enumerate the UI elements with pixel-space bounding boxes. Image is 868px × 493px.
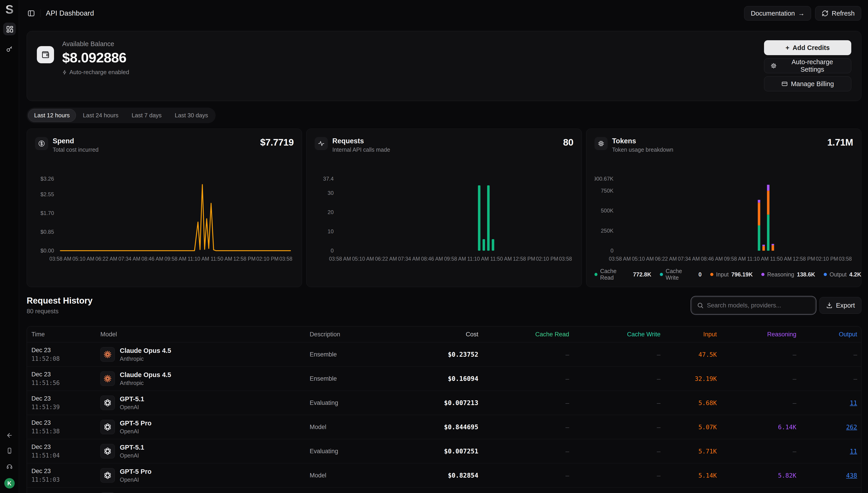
tab-last-7-days[interactable]: Last 7 days <box>126 109 168 122</box>
cost-value: $0.844695 <box>400 423 478 431</box>
download-icon <box>826 302 833 309</box>
manage-billing-button[interactable]: Manage Billing <box>764 77 851 91</box>
tab-last-12-hours[interactable]: Last 12 hours <box>28 109 76 122</box>
column-header-description: Description <box>310 331 400 338</box>
openai-logo-icon <box>104 447 112 455</box>
legend-label: Cache Read <box>600 268 630 281</box>
svg-text:11:10 AM: 11:10 AM <box>467 256 489 262</box>
legend-dot <box>710 273 713 276</box>
svg-text:07:34 AM: 07:34 AM <box>678 256 700 262</box>
svg-text:$0.85: $0.85 <box>41 229 54 235</box>
back-arrow-icon <box>6 432 13 439</box>
support-button[interactable] <box>6 463 13 470</box>
refresh-button[interactable]: Refresh <box>815 6 861 21</box>
svg-text:250K: 250K <box>601 228 613 234</box>
svg-text:08:46 AM: 08:46 AM <box>421 256 443 262</box>
time-cell: Dec 2311:51:03 <box>31 468 100 483</box>
auto-recharge-settings-button[interactable]: Auto-recharge Settings <box>764 58 851 73</box>
svg-text:12:58 PM: 12:58 PM <box>513 256 535 262</box>
cost-value: $0.82854 <box>400 472 478 479</box>
requests-subtitle: Internal API calls made <box>332 147 390 153</box>
mobile-device-icon <box>6 447 13 454</box>
tokens-total: 1.71M <box>827 137 853 148</box>
svg-text:$2.55: $2.55 <box>41 191 54 197</box>
tokens-chart: 0250K500K750K900.67K03:58 AM05:10 AM06:2… <box>594 175 853 265</box>
tab-last-30-days[interactable]: Last 30 days <box>169 109 214 122</box>
time-cell: Dec 2311:51:38 <box>31 419 100 435</box>
model-cell: Claude Opus 4.5Anthropic <box>100 371 310 386</box>
search-icon <box>697 302 704 309</box>
panel-left-icon <box>27 9 35 17</box>
anthropic-logo-icon <box>104 375 111 383</box>
app-logo-icon: S <box>4 3 15 16</box>
svg-text:09:58 AM: 09:58 AM <box>164 256 186 262</box>
cost-value: $0.23752 <box>400 351 478 358</box>
export-button[interactable]: Export <box>819 297 862 314</box>
output-value[interactable]: 11 <box>796 448 857 455</box>
input-value: 5.71K <box>660 448 717 455</box>
table-row[interactable]: Dec 2311:52:08Claude Opus 4.5AnthropicEn… <box>27 342 861 367</box>
provider-icon <box>100 347 115 362</box>
tokens-legend: Cache Read772.8KCache Write0Input796.19K… <box>594 268 861 281</box>
table-row[interactable]: Dec 2311:51:04GPT-5.1OpenAIEvaluating$0.… <box>27 439 861 464</box>
tab-last-24-hours[interactable]: Last 24 hours <box>77 109 125 122</box>
table-row[interactable]: Dec 23GPT-5.1OpenAIEvaluating$0.013681——… <box>27 488 861 493</box>
svg-text:10: 10 <box>328 228 334 234</box>
provider-icon <box>100 468 115 483</box>
reasoning-value: — <box>717 400 796 406</box>
model-cell: GPT-5.1OpenAI <box>100 444 310 459</box>
output-value[interactable]: 262 <box>796 424 857 431</box>
documentation-button[interactable]: Documentation → <box>744 6 811 21</box>
cost-value: $0.16094 <box>400 375 478 383</box>
panel-toggle-button[interactable] <box>26 8 37 19</box>
reasoning-value: — <box>717 375 796 382</box>
svg-text:03:58 PM: 03:58 PM <box>559 256 573 262</box>
balance-label: Available Balance <box>62 40 129 48</box>
legend-item: Input796.19K <box>710 271 753 278</box>
sidebar-item-dashboard[interactable] <box>3 23 16 35</box>
mobile-app-button[interactable] <box>6 447 13 455</box>
cache-read-value: — <box>478 472 569 479</box>
request-history-title: Request History <box>27 296 92 306</box>
table-row[interactable]: Dec 2311:51:03GPT-5 ProOpenAIModel$0.828… <box>27 464 861 488</box>
collapse-sidebar-button[interactable] <box>6 432 13 440</box>
table-row[interactable]: Dec 2311:51:56Claude Opus 4.5AnthropicEn… <box>27 367 861 391</box>
time-cell: Dec 2311:52:08 <box>31 347 100 362</box>
svg-text:11:50 AM: 11:50 AM <box>211 256 232 262</box>
cache-write-value: — <box>569 351 660 358</box>
provider-icon <box>100 444 115 458</box>
anthropic-logo-icon <box>104 350 111 358</box>
plus-icon: + <box>785 44 789 51</box>
table-row[interactable]: Dec 2311:51:39GPT-5.1OpenAIEvaluating$0.… <box>27 391 861 415</box>
svg-text:03:58 AM: 03:58 AM <box>49 256 71 262</box>
column-header-cache-write: Cache Write <box>569 331 660 338</box>
gear-icon <box>771 63 777 69</box>
table-row[interactable]: Dec 2311:51:38GPT-5 ProOpenAIModel$0.844… <box>27 415 861 439</box>
input-value: 5.14K <box>660 472 717 479</box>
legend-label: Output <box>829 271 847 278</box>
legend-dot <box>824 273 827 276</box>
svg-text:$1.70: $1.70 <box>41 210 54 216</box>
cache-write-value: — <box>569 448 660 455</box>
description-cell: Evaluating <box>310 448 400 455</box>
description-cell: Model <box>310 424 400 431</box>
page-title: API Dashboard <box>46 9 94 17</box>
search-input[interactable] <box>707 302 810 309</box>
legend-label: Input <box>716 271 729 278</box>
sidebar-item-api-keys[interactable] <box>3 43 16 55</box>
search-box <box>692 297 815 314</box>
add-credits-button[interactable]: + Add Credits <box>764 40 851 55</box>
output-value[interactable]: 11 <box>796 400 857 406</box>
column-header-input: Input <box>660 331 717 338</box>
cache-write-value: — <box>569 375 660 382</box>
svg-text:09:58 AM: 09:58 AM <box>444 256 466 262</box>
column-header-cost: Cost <box>400 331 478 338</box>
svg-text:08:46 AM: 08:46 AM <box>142 256 164 262</box>
user-avatar[interactable]: K <box>4 478 15 489</box>
svg-text:11:50 AM: 11:50 AM <box>770 256 791 262</box>
model-cell: GPT-5 ProOpenAI <box>100 468 310 483</box>
output-value[interactable]: 438 <box>796 472 857 479</box>
legend-item: Output4.2K <box>824 271 861 278</box>
svg-text:07:34 AM: 07:34 AM <box>398 256 420 262</box>
spend-subtitle: Total cost incurred <box>53 147 99 153</box>
